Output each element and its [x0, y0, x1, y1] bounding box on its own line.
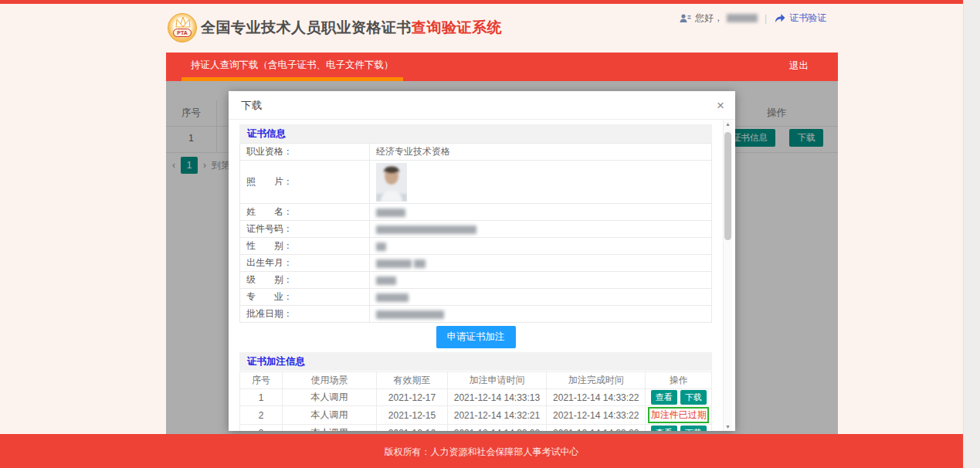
form-row: 批准日期： — [240, 306, 712, 323]
col-apply-time: 加注申请时间 — [447, 372, 546, 389]
view-button[interactable]: 查看 — [651, 426, 677, 431]
cell-complete-time: 2021-12-14 14:33:22 — [547, 425, 646, 432]
col-complete-time: 加注完成时间 — [547, 372, 646, 389]
field-label-name: 姓 名： — [240, 204, 370, 221]
field-label-level: 级 别： — [240, 272, 370, 289]
cell-seq: 3 — [240, 425, 283, 432]
cell-seq: 2 — [240, 406, 283, 425]
form-row: 专 业： — [240, 289, 712, 306]
table-row: 1 本人调用 2021-12-17 2021-12-14 14:33:13 20… — [240, 389, 712, 406]
share-arrow-icon — [774, 13, 785, 23]
cell-apply-time: 2021-12-14 14:33:13 — [447, 389, 546, 406]
redacted-birth-month — [414, 259, 426, 268]
cell-valid-until: 2021-12-16 — [377, 425, 448, 432]
field-value-qualification: 经济专业技术资格 — [370, 144, 712, 161]
cell-scene: 本人调用 — [282, 389, 376, 406]
redacted-username — [727, 14, 758, 22]
col-action: 操作 — [646, 372, 712, 389]
redacted-approval-date — [376, 310, 444, 319]
form-row: 级 别： — [240, 272, 712, 289]
modal-body: 证书信息 职业资格： 经济专业技术资格 照 片： — [229, 120, 735, 431]
main-nav-bar: 持证人查询下载（含电子证书、电子文件下载） 退出 — [166, 53, 838, 81]
annotation-table-header-row: 序号 使用场景 有效期至 加注申请时间 加注完成时间 操作 — [240, 372, 712, 389]
redacted-level — [376, 276, 396, 285]
redacted-birth-year — [376, 259, 412, 268]
page-footer: 版权所有：人力资源和社会保障部人事考试中心 — [0, 434, 963, 468]
copyright-text: 版权所有：人力资源和社会保障部人事考试中心 — [385, 446, 579, 459]
field-label-photo: 照 片： — [240, 161, 370, 204]
form-row: 证件号码： — [240, 221, 712, 238]
section-cert-info: 证书信息 — [239, 124, 712, 143]
scrollbar-thumb[interactable] — [724, 132, 731, 240]
annotation-table: 序号 使用场景 有效期至 加注申请时间 加注完成时间 操作 1 本人调用 202… — [239, 371, 712, 431]
page-title-accent: 查询验证系统 — [412, 19, 502, 36]
form-row: 出生年月： — [240, 255, 712, 272]
portrait-photo — [376, 163, 407, 202]
redacted-gender — [376, 242, 386, 251]
browser-scrollbar-track[interactable] — [963, 0, 980, 468]
form-row: 照 片： — [240, 161, 712, 204]
download-modal: 下载 × 证书信息 职业资格： 经济专业技术资格 照 片： — [229, 91, 735, 431]
redacted-name — [376, 209, 405, 217]
pta-logo-icon: PTA — [168, 13, 197, 42]
scroll-up-icon[interactable]: ▲ — [724, 121, 732, 127]
view-button[interactable]: 查看 — [651, 390, 677, 405]
logout-button[interactable]: 退出 — [789, 53, 809, 80]
cell-valid-until: 2021-12-17 — [377, 389, 448, 406]
cert-info-form: 职业资格： 经济专业技术资格 照 片： — [239, 143, 712, 323]
cell-apply-time: 2021-12-14 14:32:02 — [447, 425, 546, 432]
tab-holder-query-download[interactable]: 持证人查询下载（含电子证书、电子文件下载） — [181, 53, 403, 81]
download-button[interactable]: 下载 — [680, 390, 707, 405]
cell-complete-time: 2021-12-14 14:33:22 — [547, 406, 646, 425]
close-icon[interactable]: × — [717, 91, 724, 120]
modal-scrollbar[interactable]: ▲ ▼ — [723, 120, 732, 431]
user-info-bar: 您好， | 证书验证 — [680, 12, 826, 25]
table-row: 2 本人调用 2021-12-15 2021-12-14 14:32:21 20… — [240, 406, 712, 425]
cell-seq: 1 — [240, 389, 283, 406]
apply-annotation-button[interactable]: 申请证书加注 — [436, 326, 516, 348]
form-row: 性 别： — [240, 238, 712, 255]
col-scene: 使用场景 — [282, 372, 376, 389]
logo-pta-label: PTA — [173, 29, 192, 37]
col-valid-until: 有效期至 — [377, 372, 448, 389]
cell-valid-until: 2021-12-15 — [377, 406, 448, 425]
top-accent-strip — [0, 0, 963, 4]
cell-apply-time: 2021-12-14 14:32:21 — [447, 406, 546, 425]
modal-title: 下载 — [229, 91, 735, 120]
col-seq: 序号 — [240, 372, 283, 389]
form-row: 职业资格： 经济专业技术资格 — [240, 144, 712, 161]
page-title: 全国专业技术人员职业资格证书查询验证系统 — [201, 18, 502, 38]
form-row: 姓 名： — [240, 204, 712, 221]
section-annotation-info: 证书加注信息 — [239, 352, 712, 371]
field-label-id-number: 证件号码： — [240, 221, 370, 238]
redacted-id-number — [376, 226, 476, 234]
download-button[interactable]: 下载 — [680, 426, 707, 431]
cell-scene: 本人调用 — [282, 406, 376, 425]
brand-header: PTA 全国专业技术人员职业资格证书查询验证系统 — [168, 13, 502, 42]
field-label-approval-date: 批准日期： — [240, 306, 370, 323]
greeting-text: 您好， — [695, 12, 723, 25]
table-row: 3 本人调用 2021-12-16 2021-12-14 14:32:02 20… — [240, 425, 712, 432]
cert-verify-link[interactable]: 证书验证 — [789, 12, 826, 25]
separator: | — [765, 13, 767, 24]
redacted-major — [376, 293, 409, 302]
cell-complete-time: 2021-12-14 14:33:22 — [547, 389, 646, 406]
cell-scene: 本人调用 — [282, 425, 376, 432]
expired-status-badge: 加注件已过期 — [648, 407, 709, 423]
field-label-major: 专 业： — [240, 289, 370, 306]
page-title-main: 全国专业技术人员职业资格证书 — [201, 19, 412, 36]
field-label-qualification: 职业资格： — [240, 144, 370, 161]
scroll-down-icon[interactable]: ▼ — [724, 424, 732, 429]
field-label-birth: 出生年月： — [240, 255, 370, 272]
field-label-gender: 性 别： — [240, 238, 370, 255]
user-icon — [680, 13, 691, 24]
